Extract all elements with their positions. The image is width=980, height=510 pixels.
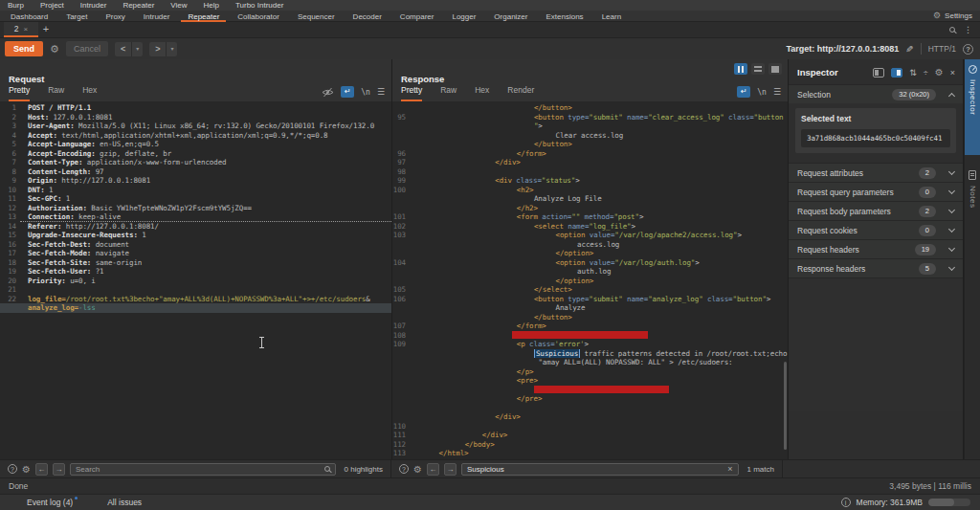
cancel-button[interactable]: Cancel bbox=[66, 41, 108, 56]
request-tab-raw[interactable]: Raw bbox=[48, 85, 64, 101]
search-settings-gear-icon[interactable]: ⚙ bbox=[413, 464, 422, 475]
inspector-empty-area bbox=[789, 277, 963, 411]
line-number bbox=[392, 349, 410, 359]
add-tab-button[interactable]: + bbox=[38, 22, 54, 37]
code-token: Host: bbox=[28, 113, 49, 122]
code-token: "analyze_log" bbox=[648, 295, 702, 303]
send-settings-gear-icon[interactable]: ⚙ bbox=[50, 44, 59, 55]
menu-turbo-intruder[interactable]: Turbo Intruder bbox=[235, 1, 283, 10]
selection-section[interactable]: Selection 32 (0x20) bbox=[789, 84, 963, 103]
word-wrap-icon[interactable]: ↵ bbox=[341, 86, 354, 98]
send-button[interactable]: Send bbox=[5, 41, 43, 56]
menu-repeater[interactable]: Repeater bbox=[122, 1, 154, 10]
editor-menu-icon[interactable]: ☰ bbox=[377, 87, 385, 97]
selected-text-value[interactable]: 3a71d868acb1044a465bc0c50409fc41 bbox=[801, 129, 950, 147]
menu-intruder[interactable]: Intruder bbox=[80, 1, 107, 10]
tab-inspector-vertical[interactable]: Inspector bbox=[965, 59, 980, 155]
layout-columns-icon[interactable] bbox=[734, 63, 747, 75]
expand-all-icon[interactable]: ⇅ bbox=[909, 68, 917, 78]
nav-tab-logger[interactable]: Logger bbox=[445, 11, 482, 22]
request-tab-hex[interactable]: Hex bbox=[82, 85, 97, 101]
dock-right-icon[interactable] bbox=[891, 68, 902, 78]
history-forward-dropdown[interactable]: ▾ bbox=[166, 42, 177, 56]
inspector-section-request-query-parameters[interactable]: Request query parameters0 bbox=[789, 182, 963, 201]
nav-tab-sequencer[interactable]: Sequencer bbox=[291, 11, 342, 22]
inspector-section-request-body-parameters[interactable]: Request body parameters2 bbox=[789, 201, 963, 220]
menu-burp[interactable]: Burp bbox=[8, 1, 24, 10]
nav-tab-dashboard[interactable]: Dashboard bbox=[4, 11, 55, 22]
more-options-icon[interactable]: ⋮ bbox=[964, 25, 972, 34]
response-tab-hex[interactable]: Hex bbox=[475, 85, 489, 101]
code-line: </option> bbox=[392, 277, 788, 286]
menu-view[interactable]: View bbox=[170, 1, 187, 10]
nav-tab-target[interactable]: Target bbox=[59, 11, 94, 22]
search-help-icon[interactable]: ? bbox=[8, 464, 17, 474]
menu-project[interactable]: Project bbox=[40, 1, 64, 10]
history-back-dropdown[interactable]: ▾ bbox=[131, 42, 143, 56]
layout-rows-icon[interactable] bbox=[751, 63, 765, 75]
nav-tab-collaborator[interactable]: Collaborator bbox=[231, 11, 286, 22]
search-help-icon[interactable]: ? bbox=[399, 464, 409, 474]
scrollbar[interactable] bbox=[784, 362, 787, 450]
line-number bbox=[392, 313, 410, 322]
response-title: Response bbox=[401, 74, 444, 84]
history-back-button[interactable]: < bbox=[115, 42, 131, 56]
request-editor[interactable]: 1POST / HTTP/1.12Host: 127.0.0.1:80813Us… bbox=[0, 101, 391, 459]
nav-tab-comparer[interactable]: Comparer bbox=[393, 11, 441, 22]
all-issues-button[interactable]: All issues bbox=[107, 498, 142, 507]
dock-left-icon[interactable] bbox=[873, 68, 884, 78]
request-search-input[interactable]: Search bbox=[70, 463, 336, 476]
show-newlines-icon[interactable]: \n bbox=[361, 88, 370, 97]
layout-single-icon[interactable] bbox=[768, 63, 782, 75]
inspector-settings-gear-icon[interactable]: ⚙ bbox=[935, 67, 944, 78]
inspector-section-request-cookies[interactable]: Request cookies0 bbox=[789, 220, 963, 239]
code-line: </button> bbox=[392, 140, 788, 149]
nav-tab-learn[interactable]: Learn bbox=[595, 11, 628, 22]
request-tab-pretty[interactable]: Pretty bbox=[9, 85, 30, 101]
history-forward-button[interactable]: > bbox=[149, 42, 166, 56]
inspector-section-response-headers[interactable]: Response headers5 bbox=[789, 258, 963, 277]
code-token: name= bbox=[623, 113, 649, 122]
protocol-label[interactable]: HTTP/1 bbox=[928, 44, 956, 54]
close-inspector-icon[interactable]: × bbox=[950, 68, 955, 78]
session-tab-2[interactable]: 2 × bbox=[4, 22, 38, 37]
edit-target-pencil-icon[interactable]: ✎ bbox=[905, 44, 913, 55]
collapse-all-icon[interactable]: ÷ bbox=[924, 68, 928, 78]
inspector-title: Inspector bbox=[797, 67, 838, 78]
next-match-button[interactable]: → bbox=[444, 463, 457, 476]
prev-match-button[interactable]: ← bbox=[35, 463, 48, 476]
menu-help[interactable]: Help bbox=[204, 1, 219, 10]
clear-search-icon[interactable]: × bbox=[727, 464, 732, 474]
show-newlines-icon[interactable]: \n bbox=[757, 88, 767, 97]
nav-tab-organizer[interactable]: Organizer bbox=[487, 11, 534, 22]
code-token: "log_file" bbox=[589, 222, 631, 231]
search-value: Suspicious bbox=[467, 465, 504, 474]
nav-tab-extensions[interactable]: Extensions bbox=[539, 11, 590, 22]
prev-match-button[interactable]: ← bbox=[427, 463, 439, 476]
inspector-section-request-headers[interactable]: Request headers19 bbox=[789, 239, 963, 258]
nav-tab-intruder[interactable]: Intruder bbox=[137, 11, 177, 22]
search-icon[interactable] bbox=[949, 27, 955, 33]
tab-notes-vertical[interactable]: Notes bbox=[965, 165, 980, 208]
search-settings-gear-icon[interactable]: ⚙ bbox=[22, 464, 31, 475]
word-wrap-icon[interactable]: ↵ bbox=[737, 86, 750, 98]
inspector-section-request-attributes[interactable]: Request attributes2 bbox=[789, 163, 963, 182]
response-tab-render[interactable]: Render bbox=[507, 85, 534, 101]
response-editor[interactable]: </button>95<button type="submit" name="c… bbox=[392, 101, 788, 459]
editor-menu-icon[interactable]: ☰ bbox=[773, 87, 781, 97]
response-tab-raw[interactable]: Raw bbox=[440, 85, 457, 101]
nav-tab-proxy[interactable]: Proxy bbox=[99, 11, 131, 22]
event-log-button[interactable]: Event log (4) bbox=[27, 498, 73, 507]
help-icon[interactable]: ? bbox=[963, 44, 973, 55]
settings-button[interactable]: ⚙ Settings bbox=[933, 11, 980, 21]
nav-tab-repeater[interactable]: Repeater bbox=[181, 11, 226, 22]
nav-tab-decoder[interactable]: Decoder bbox=[346, 11, 389, 22]
hide-eye-icon[interactable] bbox=[322, 87, 334, 98]
chevron-down-icon bbox=[948, 167, 955, 174]
next-match-button[interactable]: → bbox=[53, 463, 65, 476]
close-icon[interactable]: × bbox=[24, 25, 29, 33]
line-number: 97 bbox=[392, 158, 410, 167]
code-token: <select bbox=[534, 222, 564, 231]
response-tab-pretty[interactable]: Pretty bbox=[401, 85, 422, 101]
response-search-input[interactable]: Suspicious × bbox=[461, 463, 739, 476]
